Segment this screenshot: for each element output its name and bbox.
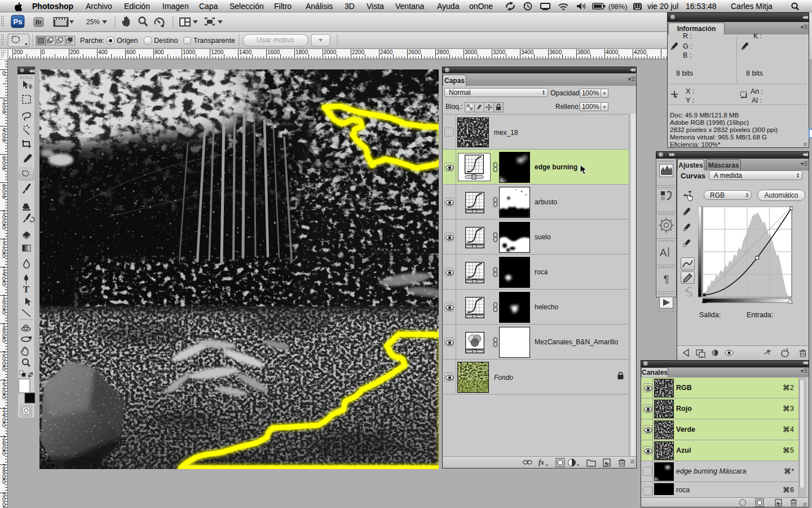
svg-text:2200: 2200 <box>352 49 365 55</box>
svg-text:Parche:: Parche: <box>80 37 104 45</box>
svg-text:Ps: Ps <box>14 17 23 26</box>
svg-text:0: 0 <box>2 394 6 400</box>
svg-text:0: 0 <box>42 49 45 55</box>
svg-text:200: 200 <box>70 49 80 55</box>
svg-text:T: T <box>23 284 30 295</box>
svg-text:¶: ¶ <box>663 273 669 285</box>
svg-text:3200: 3200 <box>493 49 506 55</box>
svg-text:0: 0 <box>2 309 6 316</box>
svg-text:0: 0 <box>2 109 6 115</box>
svg-text:Destino: Destino <box>154 37 178 45</box>
svg-text:0: 0 <box>2 502 6 508</box>
svg-text:3000: 3000 <box>465 49 478 55</box>
svg-text:0: 0 <box>2 71 6 77</box>
svg-text:0: 0 <box>2 366 6 372</box>
svg-text:4200: 4200 <box>634 49 647 55</box>
svg-text:A: A <box>660 247 667 259</box>
svg-text:3400: 3400 <box>521 49 534 55</box>
svg-text:fx: fx <box>539 458 544 466</box>
svg-text:2000: 2000 <box>324 49 337 55</box>
svg-text:0: 0 <box>2 281 6 287</box>
svg-text:1800: 1800 <box>295 49 308 55</box>
svg-text:Usar motivo: Usar motivo <box>257 36 294 44</box>
svg-text:0: 0 <box>2 194 6 200</box>
svg-text:0: 0 <box>2 137 6 143</box>
svg-text:2800: 2800 <box>436 49 449 55</box>
svg-text:4000: 4000 <box>606 49 619 55</box>
svg-text:0: 0 <box>2 338 6 344</box>
svg-text:Origen: Origen <box>117 37 138 45</box>
svg-text:1400: 1400 <box>239 49 252 55</box>
svg-text:0: 0 <box>2 165 6 172</box>
svg-text:0: 0 <box>2 225 6 231</box>
svg-text:0: 0 <box>2 422 6 428</box>
svg-text:600: 600 <box>126 49 136 55</box>
svg-text:0: 0 <box>2 450 6 457</box>
svg-text:1000: 1000 <box>183 49 196 55</box>
svg-text:1600: 1600 <box>267 49 280 55</box>
svg-text:0: 0 <box>2 479 6 485</box>
svg-text:Br: Br <box>36 19 42 25</box>
svg-text:0: 0 <box>2 253 6 259</box>
svg-text:1200: 1200 <box>211 49 224 55</box>
svg-text:3600: 3600 <box>549 49 562 55</box>
svg-text:800: 800 <box>155 49 164 55</box>
svg-text:200: 200 <box>14 49 23 55</box>
svg-text:(98%): (98%) <box>608 3 627 11</box>
svg-text:Transparente: Transparente <box>193 37 235 45</box>
svg-text:2400: 2400 <box>380 49 393 55</box>
svg-text:25%: 25% <box>86 18 100 26</box>
svg-text:3800: 3800 <box>577 49 590 55</box>
svg-text:2600: 2600 <box>408 49 421 55</box>
svg-text:400: 400 <box>98 49 108 55</box>
